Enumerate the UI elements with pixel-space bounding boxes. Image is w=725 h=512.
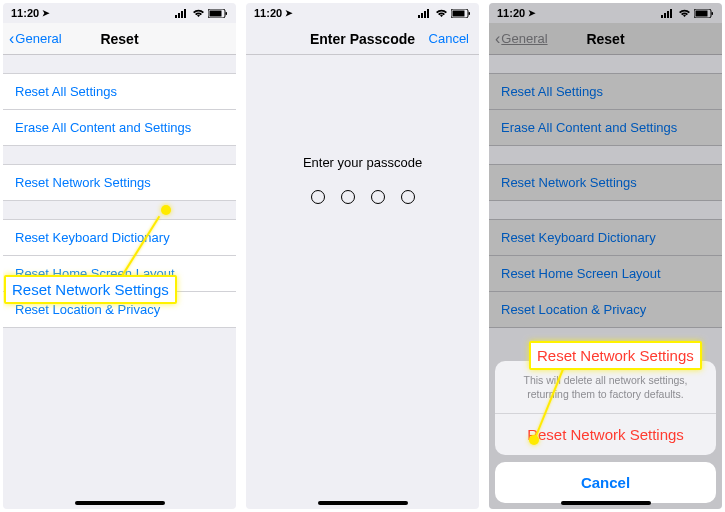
reset-network-settings[interactable]: Reset Network Settings xyxy=(3,165,236,200)
svg-rect-12 xyxy=(453,10,465,16)
action-sheet: This will delete all network settings, r… xyxy=(495,361,716,503)
signal-icon xyxy=(175,9,189,18)
signal-icon xyxy=(418,9,432,18)
cancel-button[interactable]: Cancel xyxy=(429,31,469,46)
battery-icon xyxy=(451,9,471,18)
annotation-dot xyxy=(161,205,171,215)
svg-rect-7 xyxy=(418,15,420,18)
passcode-dot xyxy=(371,190,385,204)
wifi-icon xyxy=(192,9,205,18)
phone-screen-3: 11:20 ➤ ‹ General Reset Reset All Settin… xyxy=(489,3,722,509)
svg-rect-3 xyxy=(184,9,186,18)
reset-home-screen-layout[interactable]: Reset Home Screen Layout xyxy=(3,256,236,292)
passcode-dot xyxy=(311,190,325,204)
status-time: 11:20 xyxy=(254,7,282,19)
status-time: 11:20 xyxy=(11,7,39,19)
battery-icon xyxy=(208,9,228,18)
back-label: General xyxy=(15,31,61,46)
nav-bar: ‹ General Reset xyxy=(3,23,236,55)
status-bar: 11:20 ➤ xyxy=(3,3,236,23)
location-icon: ➤ xyxy=(285,8,293,18)
location-icon: ➤ xyxy=(42,8,50,18)
list-group: Reset All Settings Erase All Content and… xyxy=(3,73,236,146)
svg-rect-6 xyxy=(226,12,228,15)
passcode-dot xyxy=(341,190,355,204)
passcode-dots xyxy=(311,190,415,204)
erase-all-content[interactable]: Erase All Content and Settings xyxy=(3,110,236,145)
svg-rect-2 xyxy=(181,11,183,18)
reset-keyboard-dictionary[interactable]: Reset Keyboard Dictionary xyxy=(3,220,236,256)
status-bar: 11:20 ➤ xyxy=(246,3,479,23)
sheet-cancel-button[interactable]: Cancel xyxy=(495,462,716,503)
nav-bar: Enter Passcode Cancel xyxy=(246,23,479,55)
passcode-prompt: Enter your passcode xyxy=(303,155,422,170)
reset-location-privacy[interactable]: Reset Location & Privacy xyxy=(3,292,236,327)
svg-rect-5 xyxy=(210,10,222,16)
sheet-block: This will delete all network settings, r… xyxy=(495,361,716,455)
sheet-message: This will delete all network settings, r… xyxy=(495,361,716,414)
home-indicator[interactable] xyxy=(318,501,408,505)
sheet-reset-network-settings[interactable]: Reset Network Settings xyxy=(495,414,716,455)
phone-screen-2: 11:20 ➤ Enter Passcode Cancel Enter your… xyxy=(246,3,479,509)
passcode-dot xyxy=(401,190,415,204)
reset-all-settings[interactable]: Reset All Settings xyxy=(3,74,236,110)
svg-rect-1 xyxy=(178,13,180,18)
svg-rect-10 xyxy=(427,9,429,18)
nav-title: Reset xyxy=(100,31,138,47)
wifi-icon xyxy=(435,9,448,18)
home-indicator[interactable] xyxy=(75,501,165,505)
svg-rect-0 xyxy=(175,15,177,18)
svg-rect-8 xyxy=(421,13,423,18)
home-indicator[interactable] xyxy=(561,501,651,505)
back-button[interactable]: ‹ General xyxy=(9,31,62,47)
list-group: Reset Network Settings xyxy=(3,164,236,201)
list-group: Reset Keyboard Dictionary Reset Home Scr… xyxy=(3,219,236,328)
phone-screen-1: 11:20 ➤ ‹ General Reset Reset All Settin… xyxy=(3,3,236,509)
chevron-left-icon: ‹ xyxy=(9,31,14,47)
svg-rect-13 xyxy=(469,12,471,15)
nav-title: Enter Passcode xyxy=(310,31,415,47)
svg-rect-9 xyxy=(424,11,426,18)
passcode-area: Enter your passcode xyxy=(246,55,479,509)
